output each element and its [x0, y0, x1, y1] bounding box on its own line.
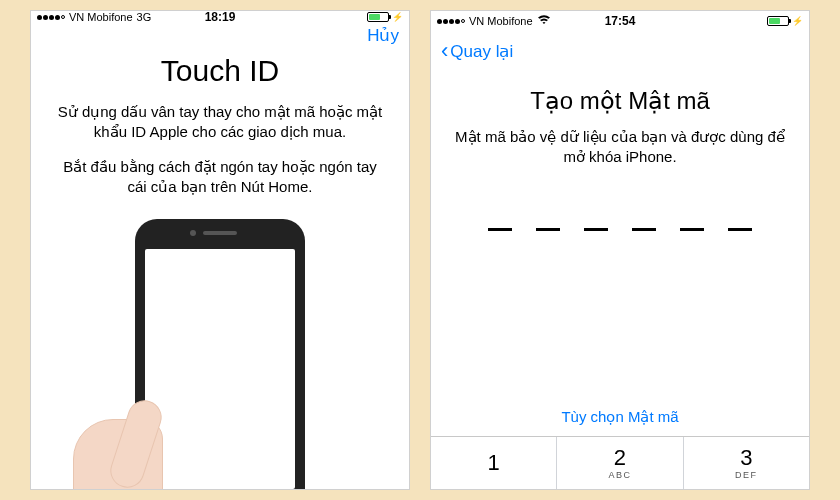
passcode-digit: [584, 228, 608, 231]
hand-icon: [79, 319, 169, 490]
key-number: 3: [740, 447, 752, 469]
battery-icon: [767, 16, 789, 26]
status-bar: VN Mobifone 17:54 ⚡: [431, 11, 809, 31]
passcode-digit: [728, 228, 752, 231]
clock: 17:54: [431, 14, 809, 28]
key-number: 2: [614, 447, 626, 469]
passcode-options-button[interactable]: Tùy chọn Mật mã: [431, 396, 809, 436]
passcode-digit: [632, 228, 656, 231]
keypad-key-1[interactable]: 1: [431, 437, 556, 489]
description-text: Mật mã bảo vệ dữ liệu của bạn và được dù…: [455, 127, 785, 168]
description-text: Sử dụng dấu vân tay thay cho mật mã hoặc…: [55, 102, 385, 143]
key-letters: DEF: [735, 470, 758, 480]
nav-bar: Hủy: [31, 23, 409, 48]
back-button[interactable]: ‹ Quay lại: [441, 40, 513, 62]
cancel-button[interactable]: Hủy: [367, 25, 399, 46]
page-title: Touch ID: [161, 54, 279, 88]
status-bar: VN Mobifone 3G 18:19 ⚡: [31, 11, 409, 23]
passcode-digit: [680, 228, 704, 231]
passcode-digit: [488, 228, 512, 231]
key-letters: ABC: [608, 470, 631, 480]
passcode-setup-screen: VN Mobifone 17:54 ⚡ ‹ Quay lại Tạo một M…: [430, 10, 810, 490]
back-label: Quay lại: [450, 41, 513, 62]
nav-bar: ‹ Quay lại: [431, 31, 809, 71]
touch-id-setup-screen: VN Mobifone 3G 18:19 ⚡ Hủy Touch ID Sử d…: [30, 10, 410, 490]
page-title: Tạo một Mật mã: [530, 87, 710, 115]
passcode-input: [488, 228, 752, 231]
numeric-keypad: 1 2 ABC 3 DEF: [431, 436, 809, 489]
instruction-text: Bắt đầu bằng cách đặt ngón tay hoặc ngón…: [55, 157, 385, 198]
iphone-illustration: [55, 219, 385, 489]
key-number: 1: [488, 452, 500, 474]
passcode-digit: [536, 228, 560, 231]
battery-icon: [367, 12, 389, 22]
keypad-key-2[interactable]: 2 ABC: [557, 437, 682, 489]
keypad-key-3[interactable]: 3 DEF: [684, 437, 809, 489]
chevron-left-icon: ‹: [441, 40, 448, 62]
clock: 18:19: [31, 10, 409, 24]
